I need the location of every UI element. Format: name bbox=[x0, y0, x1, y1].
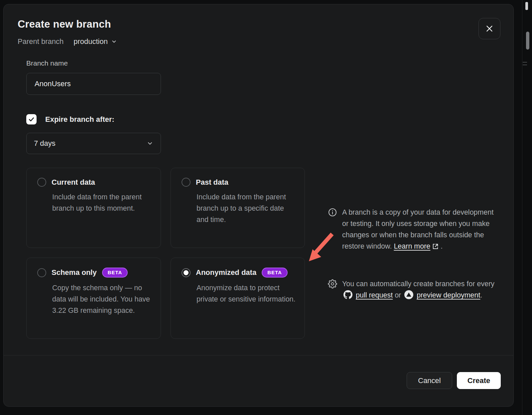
background-text-fragment bbox=[523, 62, 527, 63]
option-description: Copy the schema only — no data will be i… bbox=[52, 282, 153, 316]
option-title: Anonymized data bbox=[196, 268, 256, 277]
checkmark-icon bbox=[28, 116, 35, 122]
option-title: Current data bbox=[52, 178, 95, 187]
background-text-fragment bbox=[523, 65, 527, 65]
create-branch-dialog: Create new branch Parent branch producti… bbox=[3, 4, 514, 407]
option-title: Schema only bbox=[52, 268, 97, 277]
radio-unchecked-icon[interactable] bbox=[37, 268, 46, 277]
option-title: Past data bbox=[196, 178, 228, 187]
expire-label: Expire branch after: bbox=[45, 115, 114, 124]
chevron-down-icon bbox=[111, 39, 117, 45]
radio-checked-icon[interactable] bbox=[182, 268, 191, 277]
pull-request-link[interactable]: pull request bbox=[356, 291, 393, 299]
expire-duration-select[interactable]: 7 days bbox=[26, 133, 161, 154]
create-button[interactable]: Create bbox=[457, 372, 501, 389]
data-options-grid: Current data Include data from the paren… bbox=[26, 168, 305, 339]
background-scrollbar-top bbox=[525, 2, 528, 10]
beta-badge: BETA bbox=[102, 268, 128, 278]
info-icon bbox=[328, 207, 337, 252]
close-icon bbox=[485, 24, 494, 33]
option-current-data[interactable]: Current data Include data from the paren… bbox=[26, 168, 161, 248]
external-link-icon[interactable] bbox=[432, 243, 439, 250]
radio-unchecked-icon[interactable] bbox=[37, 178, 46, 187]
footer-actions: Cancel Create bbox=[407, 372, 501, 389]
background-page-edge bbox=[522, 0, 522, 415]
option-description: Anonymize data to protect private or sen… bbox=[197, 282, 297, 305]
preview-deployment-link[interactable]: preview deployment bbox=[417, 291, 480, 299]
vercel-icon bbox=[404, 290, 413, 299]
learn-more-link[interactable]: Learn more bbox=[394, 242, 430, 250]
option-past-data[interactable]: Past data Include data from the parent b… bbox=[171, 168, 305, 248]
footer-divider bbox=[4, 355, 513, 355]
beta-badge: BETA bbox=[262, 268, 288, 278]
close-button[interactable] bbox=[478, 18, 500, 39]
github-icon bbox=[343, 290, 352, 299]
option-anonymized-data[interactable]: Anonymized data BETA Anonymize data to p… bbox=[171, 258, 305, 339]
cancel-button[interactable]: Cancel bbox=[407, 372, 452, 389]
option-description: Include data from the parent branch up t… bbox=[197, 191, 297, 225]
option-schema-only[interactable]: Schema only BETA Copy the schema only — … bbox=[26, 258, 161, 339]
or-text: or bbox=[395, 291, 401, 299]
expire-row: Expire branch after: bbox=[26, 114, 114, 124]
auto-branch-text: You can automatically create branches fo… bbox=[342, 280, 494, 288]
expire-duration-value: 7 days bbox=[34, 139, 56, 148]
screen: Create new branch Parent branch producti… bbox=[0, 0, 532, 415]
expire-checkbox[interactable] bbox=[26, 114, 37, 124]
option-description: Include data from the parent branch up t… bbox=[52, 191, 153, 214]
dialog-title: Create new branch bbox=[18, 18, 111, 30]
auto-branch-note: You can automatically create branches fo… bbox=[328, 278, 498, 301]
parent-branch-row: Parent branch production bbox=[18, 37, 117, 46]
sentence-period: . bbox=[480, 291, 482, 299]
sentence-period: . bbox=[441, 242, 443, 250]
background-scrollbar-thumb[interactable] bbox=[526, 32, 529, 50]
branch-info-note: A branch is a copy of your data for deve… bbox=[328, 207, 498, 252]
parent-branch-value: production bbox=[73, 37, 108, 46]
parent-branch-label: Parent branch bbox=[18, 37, 64, 46]
gear-icon bbox=[328, 278, 337, 301]
branch-name-input[interactable] bbox=[26, 73, 161, 95]
branch-name-label: Branch name bbox=[26, 59, 68, 67]
radio-unchecked-icon[interactable] bbox=[182, 178, 191, 187]
chevron-down-icon bbox=[147, 140, 153, 147]
parent-branch-select[interactable]: production bbox=[73, 37, 117, 46]
